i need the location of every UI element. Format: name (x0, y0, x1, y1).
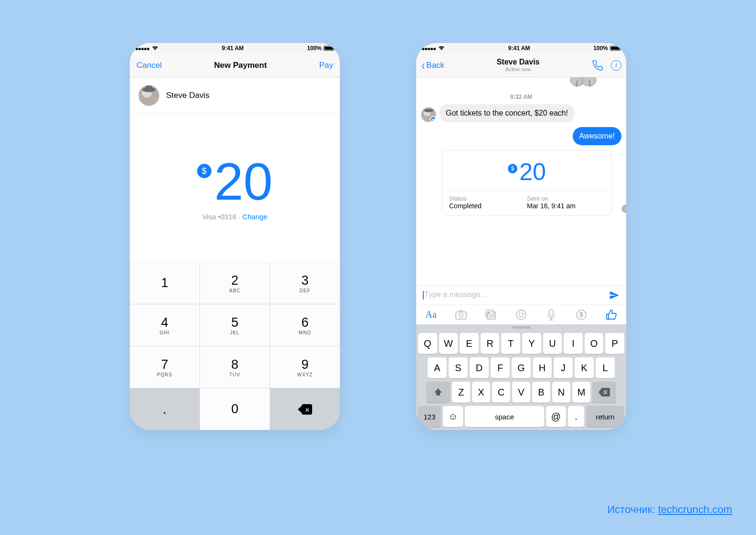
key-4[interactable]: 4GHI (130, 304, 200, 346)
key-dot[interactable]: . (568, 406, 584, 427)
key-6[interactable]: 6MNO (270, 304, 340, 346)
recipient-row[interactable]: Steve Davis (130, 77, 340, 114)
chat-timestamp: 8:32 AM (421, 94, 621, 100)
key-space[interactable]: space (465, 406, 544, 427)
key-f[interactable]: F (491, 357, 510, 378)
change-card-button[interactable]: Change (242, 213, 268, 221)
svg-point-7 (516, 310, 526, 320)
key-0[interactable]: 0 (200, 388, 270, 430)
text-aa-button[interactable]: Aa (425, 309, 436, 320)
amount-area: $ 20 Visa •0316 · Change (130, 114, 340, 262)
key-k[interactable]: K (575, 357, 594, 378)
key-i[interactable]: I (564, 333, 583, 354)
statusbar: 9:41 AM 100% (130, 43, 340, 54)
numeric-keypad: 1 2ABC 3DEF 4GHI 5JKL 6MNO 7PQRS 8TUV 9W… (130, 262, 340, 430)
contact-name: Steve Davis (444, 58, 592, 66)
wifi-icon (152, 46, 158, 51)
statusbar-time: 9:41 AM (222, 45, 244, 52)
sticker-smile-icon[interactable] (515, 310, 527, 320)
key-c[interactable]: C (492, 382, 510, 403)
key-delete[interactable]: × (270, 388, 340, 430)
sticker-peek-icon (569, 77, 598, 91)
key-p[interactable]: P (605, 333, 624, 354)
key-b[interactable]: B (532, 382, 550, 403)
cancel-button[interactable]: Cancel (136, 61, 162, 70)
sent-on-value: Mar 16, 9:41 am (527, 202, 605, 210)
shift-icon (433, 387, 443, 397)
page-title: New Payment (214, 61, 267, 70)
card-info: Visa •0316 · Change (202, 213, 268, 221)
dollar-badge-icon: $ (197, 164, 211, 178)
chat-body[interactable]: 8:32 AM Got tickets to the concert, $20 … (416, 77, 626, 285)
key-t[interactable]: T (501, 333, 520, 354)
message-bubble-out[interactable]: Awesome! (573, 127, 621, 145)
voice-mic-icon[interactable] (546, 310, 557, 320)
navbar: Cancel New Payment Pay (130, 54, 340, 77)
key-7[interactable]: 7PQRS (130, 346, 200, 388)
key-1[interactable]: 1 (130, 262, 200, 304)
phone-payment: 9:41 AM 100% Cancel New Payment Pay Stev… (130, 43, 340, 430)
backspace-icon: × (298, 404, 312, 415)
gallery-icon[interactable] (485, 310, 497, 320)
payment-card[interactable]: $ 20 Status Completed Sent on Mar 16, 9:… (442, 150, 612, 216)
key-123[interactable]: 123 (418, 406, 441, 427)
key-8[interactable]: 8TUV (200, 346, 270, 388)
key-m[interactable]: M (572, 382, 590, 403)
key-r[interactable]: R (481, 333, 500, 354)
key-9[interactable]: 9WXYZ (270, 346, 340, 388)
msg-row-out: Awesome! (421, 127, 621, 145)
keyboard-handle[interactable] (416, 324, 626, 330)
key-backspace[interactable] (592, 382, 616, 403)
status-label: Status (449, 195, 527, 202)
battery-icon (324, 46, 334, 51)
signal-dots-icon (422, 45, 436, 52)
key-period[interactable]: . (130, 388, 200, 430)
key-a[interactable]: A (428, 357, 447, 378)
svg-rect-10 (549, 310, 553, 316)
key-v[interactable]: V (512, 382, 530, 403)
camera-icon[interactable] (455, 310, 467, 320)
source-credit: Источник: techcrunch.com (608, 503, 732, 516)
message-input[interactable]: Type a message… (423, 290, 605, 300)
payment-dollar-icon[interactable] (576, 310, 587, 320)
statusbar: 9:41 AM 100% (416, 43, 626, 54)
chat-navbar: ‹ Back Steve Davis Active now i (416, 54, 626, 77)
key-emoji[interactable]: ☺ (443, 406, 463, 427)
key-y[interactable]: Y (522, 333, 541, 354)
send-icon[interactable] (609, 290, 620, 300)
pay-button[interactable]: Pay (319, 61, 333, 70)
battery-icon (610, 46, 620, 51)
key-n[interactable]: N (552, 382, 570, 403)
messenger-badge-icon (430, 116, 436, 122)
key-q[interactable]: Q (418, 333, 437, 354)
phone-call-icon[interactable] (592, 60, 603, 71)
key-d[interactable]: D (470, 357, 489, 378)
key-shift[interactable] (426, 382, 450, 403)
svg-point-9 (522, 313, 523, 314)
key-5[interactable]: 5JKL (200, 304, 270, 346)
key-at[interactable]: @ (546, 406, 566, 427)
qwerty-keyboard: Q W E R T Y U I O P A S D F G H J K L (416, 330, 626, 430)
key-return[interactable]: return (586, 406, 624, 427)
key-l[interactable]: L (596, 357, 615, 378)
mini-avatar[interactable] (421, 107, 436, 122)
key-e[interactable]: E (460, 333, 479, 354)
key-3[interactable]: 3DEF (270, 262, 340, 304)
message-bubble-in[interactable]: Got tickets to the concert, $20 each! (439, 104, 575, 122)
battery-pct: 100% (307, 45, 322, 52)
source-link[interactable]: techcrunch.com (658, 503, 732, 515)
key-j[interactable]: J (554, 357, 573, 378)
key-s[interactable]: S (449, 357, 468, 378)
compose-toolbar: Aa (416, 304, 626, 324)
key-g[interactable]: G (512, 357, 531, 378)
like-thumb-icon[interactable] (606, 310, 617, 320)
info-icon[interactable]: i (611, 60, 621, 71)
key-h[interactable]: H (533, 357, 552, 378)
key-z[interactable]: Z (452, 382, 470, 403)
back-button[interactable]: ‹ Back (421, 61, 444, 70)
key-x[interactable]: X (472, 382, 490, 403)
key-u[interactable]: U (543, 333, 562, 354)
key-o[interactable]: O (585, 333, 604, 354)
key-w[interactable]: W (439, 333, 458, 354)
key-2[interactable]: 2ABC (200, 262, 270, 304)
